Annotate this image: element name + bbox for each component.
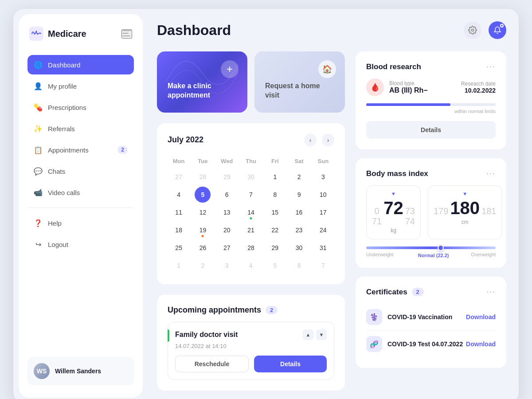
- calendar-navigation: ‹ ›: [304, 134, 334, 146]
- cal-day[interactable]: 8: [267, 187, 283, 203]
- cal-day[interactable]: 1: [267, 169, 283, 185]
- appointments-header: Upcoming appointments 2: [168, 305, 334, 315]
- cal-day[interactable]: 13: [219, 204, 235, 220]
- clinic-appointment-card[interactable]: + Make a clinic appointment: [157, 51, 247, 113]
- sidebar-item-help[interactable]: ❓ Help: [27, 213, 134, 233]
- cal-day[interactable]: 26: [195, 240, 211, 256]
- cal-day[interactable]: 2: [195, 258, 211, 274]
- prescriptions-icon: 💊: [34, 103, 43, 112]
- cal-day[interactable]: 21: [243, 222, 259, 238]
- bmi-title: Body mass index: [366, 169, 428, 178]
- cal-day[interactable]: 16: [291, 204, 307, 220]
- nav-divider: [27, 207, 134, 208]
- sidebar-item-logout[interactable]: ↪ Logout: [27, 235, 134, 254]
- covid-icon: ⚕️: [366, 309, 382, 325]
- sidebar-item-appointments[interactable]: 📋 Appointments 2: [27, 140, 134, 160]
- cal-day-header-mon: Mon: [168, 155, 190, 167]
- cert-left: 🧬 COVID-19 Test 04.07.2022: [366, 336, 463, 352]
- avatar: WS: [34, 363, 50, 379]
- cal-day[interactable]: 6: [219, 187, 235, 203]
- settings-button[interactable]: [464, 21, 481, 39]
- appointments-badge: 2: [117, 146, 128, 154]
- cal-day[interactable]: 18: [171, 222, 187, 238]
- bmi-normal-label: Normal (22.2): [418, 253, 449, 258]
- home-visit-card[interactable]: 🏠 Request a home visit: [254, 51, 345, 113]
- left-column: + Make a clinic appointment 🏠 Request a …: [157, 51, 345, 391]
- cal-day[interactable]: 10: [315, 187, 331, 203]
- sidebar-item-dashboard[interactable]: 🌐 Dashboard: [27, 55, 134, 74]
- user-profile-footer[interactable]: WS Willem Sanders: [27, 357, 134, 385]
- appointments-title: Upcoming appointments: [168, 305, 261, 315]
- expand-button[interactable]: ▼: [316, 329, 327, 340]
- cal-day[interactable]: 31: [315, 240, 331, 256]
- blood-progress-label: within normal limits: [366, 109, 496, 114]
- blood-type-info: 🩸 Blood type AB (III) Rh−: [366, 78, 428, 96]
- certificates-more-button[interactable]: ···: [486, 287, 496, 297]
- cal-day[interactable]: 29: [219, 169, 235, 185]
- cal-day[interactable]: 30: [243, 169, 259, 185]
- calendar-prev-button[interactable]: ‹: [304, 134, 317, 146]
- cal-day[interactable]: 15: [267, 204, 283, 220]
- collapse-button[interactable]: ▲: [303, 329, 313, 340]
- bmi-gauge-bar: [366, 246, 496, 249]
- cal-day[interactable]: 4: [171, 187, 187, 203]
- notifications-button[interactable]: [489, 21, 506, 39]
- bmi-weight-next: 73 74: [405, 206, 415, 227]
- cal-day[interactable]: 24: [315, 222, 331, 238]
- cal-day[interactable]: 7: [315, 258, 331, 274]
- cal-day-with-event[interactable]: 14: [243, 204, 259, 220]
- cal-day-with-event[interactable]: 19: [195, 222, 211, 238]
- cal-day[interactable]: 27: [171, 169, 187, 185]
- sidebar-item-my-profile[interactable]: 👤 My profile: [27, 76, 134, 96]
- sidebar-item-referrals[interactable]: ✨ Referrals: [27, 119, 134, 138]
- sidebar-item-prescriptions[interactable]: 💊 Prescriptions: [27, 98, 134, 117]
- cal-day[interactable]: 5: [267, 258, 283, 274]
- cal-day-header-thu: Thu: [240, 155, 262, 167]
- sidebar-item-label: Dashboard: [48, 61, 80, 69]
- bmi-height-prev: 179: [434, 206, 448, 216]
- cal-day[interactable]: 3: [219, 258, 235, 274]
- cal-day[interactable]: 30: [291, 240, 307, 256]
- cal-day[interactable]: 22: [267, 222, 283, 238]
- cal-day[interactable]: 27: [219, 240, 235, 256]
- sidebar-item-chats[interactable]: 💬 Chats: [27, 161, 134, 181]
- cal-day[interactable]: 29: [267, 240, 283, 256]
- blood-date-label: Research date: [461, 81, 496, 87]
- menu-toggle-button[interactable]: [121, 29, 132, 39]
- video-icon: 📹: [34, 188, 43, 197]
- cal-day[interactable]: 17: [315, 204, 331, 220]
- cal-day[interactable]: 6: [291, 258, 307, 274]
- bmi-underweight-label: Underweight: [366, 252, 394, 257]
- reschedule-button[interactable]: Reschedule: [175, 356, 249, 372]
- cal-day-today[interactable]: 5: [195, 187, 211, 203]
- cal-day[interactable]: 28: [243, 240, 259, 256]
- cal-day[interactable]: 28: [195, 169, 211, 185]
- cal-day[interactable]: 1: [171, 258, 187, 274]
- bmi-more-button[interactable]: ···: [486, 169, 496, 178]
- cert-download-button[interactable]: Download: [466, 313, 496, 321]
- cert-download-button-2[interactable]: Download: [466, 340, 496, 348]
- cal-day[interactable]: 2: [291, 169, 307, 185]
- cal-day[interactable]: 4: [243, 258, 259, 274]
- calendar-next-button[interactable]: ›: [322, 134, 334, 146]
- cal-day[interactable]: 11: [171, 204, 187, 220]
- cal-day[interactable]: 23: [291, 222, 307, 238]
- cal-day[interactable]: 7: [243, 187, 259, 203]
- calendar-title: July 2022: [168, 135, 203, 145]
- blood-research-more-button[interactable]: ···: [486, 62, 496, 71]
- calendar-grid: Mon Tue Wed Thu Fri Sat Sun 27 28 29 30 …: [168, 155, 334, 274]
- logo-text: Medicare: [48, 29, 86, 39]
- appointment-accent: [168, 329, 169, 342]
- cal-day[interactable]: 25: [171, 240, 187, 256]
- cal-day[interactable]: 20: [219, 222, 235, 238]
- cal-day[interactable]: 12: [195, 204, 211, 220]
- sidebar: Medicare 🌐 Dashboard 👤 My profile 💊: [19, 14, 143, 398]
- cal-day[interactable]: 9: [291, 187, 307, 203]
- blood-research-header: Blood research ···: [366, 62, 496, 71]
- appointment-details-button[interactable]: Details: [254, 356, 327, 372]
- sidebar-item-label: My profile: [48, 82, 77, 90]
- sidebar-item-video-calls[interactable]: 📹 Video calls: [27, 183, 134, 202]
- cal-day[interactable]: 3: [315, 169, 331, 185]
- bmi-spinners: ▼ 0 71 72 73 74 kg ▼ 179: [366, 185, 496, 239]
- blood-details-button[interactable]: Details: [366, 121, 496, 139]
